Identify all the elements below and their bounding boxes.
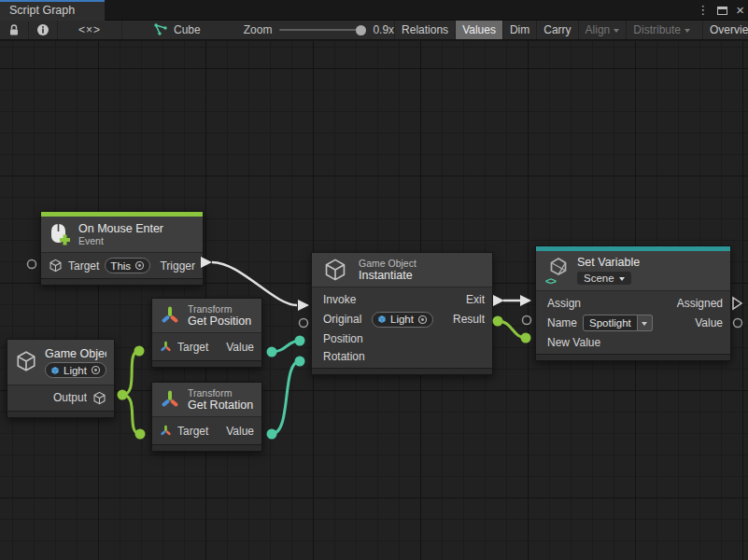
- exit-output-port[interactable]: [493, 295, 504, 306]
- values-button[interactable]: Values: [455, 21, 502, 39]
- game-object-icon: [49, 259, 63, 273]
- info-icon: [36, 23, 49, 36]
- node-get-rotation[interactable]: Transform Get Rotation Target Value: [151, 382, 262, 452]
- node-get-position[interactable]: Transform Get Position Target Value: [151, 298, 262, 368]
- invoke-port-label: Invoke: [323, 293, 360, 306]
- target-value-field[interactable]: This: [105, 258, 150, 273]
- transform-icon: [160, 389, 180, 410]
- object-picker-icon[interactable]: [417, 315, 428, 325]
- newvalue-input-port[interactable]: [521, 333, 531, 343]
- invoke-input-port[interactable]: [298, 300, 309, 311]
- relations-button[interactable]: Relations: [394, 21, 455, 39]
- mouse-add-icon: [49, 221, 71, 247]
- zoom-label: Zoom: [244, 23, 273, 36]
- chevron-down-icon: [619, 277, 625, 281]
- node-title: Game Object: [45, 347, 106, 360]
- variable-name-dropdown[interactable]: Spotlight: [583, 315, 653, 331]
- target-port-label: Target: [68, 259, 99, 273]
- lock-icon: [7, 23, 21, 36]
- align-dropdown[interactable]: Align: [578, 21, 627, 39]
- graph-toolbar: <×> Cube Zoom 0.9x Relations Values Dim …: [0, 21, 748, 40]
- zoom-slider-handle[interactable]: [356, 25, 366, 35]
- getposition-value-port[interactable]: [267, 347, 277, 357]
- target-port-label: Target: [177, 425, 208, 438]
- assigned-output-port[interactable]: [733, 298, 741, 309]
- original-input-port[interactable]: [300, 319, 308, 328]
- assigned-port-label: Assigned: [670, 297, 723, 310]
- lock-button[interactable]: [0, 21, 29, 39]
- name-input-port[interactable]: [523, 316, 531, 325]
- overview-button[interactable]: Overview: [702, 21, 748, 39]
- zoom-slider[interactable]: [279, 29, 365, 31]
- value-port-label: Value: [695, 316, 723, 329]
- assign-input-port[interactable]: [520, 295, 531, 306]
- code-brackets-icon: <>: [545, 275, 556, 287]
- wire-result-to-newvalue: [498, 321, 526, 338]
- value-output-port[interactable]: [734, 319, 742, 328]
- window-maximize-icon[interactable]: [717, 7, 727, 15]
- wire-getposition-value-to-position: [272, 341, 300, 352]
- rotation-input-port[interactable]: [295, 357, 305, 367]
- dim-button[interactable]: Dim: [502, 21, 536, 39]
- graph-breadcrumb[interactable]: Cube: [147, 21, 208, 39]
- light-object-field[interactable]: Light: [45, 362, 106, 378]
- zoom-value: 0.9x: [373, 23, 394, 36]
- wire-output-to-getposition-target: [122, 351, 139, 395]
- object-picker-icon[interactable]: [91, 365, 101, 375]
- target-port-label: Target: [177, 341, 208, 354]
- node-title: On Mouse Enter: [78, 222, 195, 235]
- unity-variable-icon: <>: [545, 257, 570, 285]
- node-title: Get Position: [188, 315, 254, 328]
- gameobject-output-port[interactable]: [118, 390, 128, 400]
- output-port-label: Output: [51, 391, 87, 404]
- getposition-target-port[interactable]: [134, 346, 145, 357]
- node-game-object-light[interactable]: Game Object Light Output: [7, 339, 115, 418]
- transform-icon: [160, 425, 172, 437]
- zoom-control: Zoom 0.9x: [244, 21, 394, 39]
- transform-icon: [160, 341, 172, 353]
- script-graph-window: Script Graph ⋮ × <×>: [0, 0, 748, 560]
- tab-script-graph[interactable]: Script Graph: [0, 0, 105, 21]
- node-title: Set Variable: [577, 256, 723, 269]
- title-bar: Script Graph ⋮ ×: [0, 0, 748, 21]
- chevron-down-icon[interactable]: [638, 315, 653, 331]
- exit-port-label: Exit: [466, 293, 485, 306]
- code-view-button[interactable]: <×>: [58, 21, 122, 39]
- node-category: Transform: [188, 387, 254, 399]
- unity-object-icon: [50, 366, 60, 375]
- node-subtitle: Event: [78, 235, 195, 246]
- rotation-port-label: Rotation: [323, 350, 367, 363]
- variable-scope-dropdown[interactable]: Scene: [577, 272, 631, 285]
- value-port-label: Value: [226, 341, 254, 354]
- position-input-port[interactable]: [295, 336, 305, 346]
- object-picker-icon[interactable]: [134, 260, 145, 271]
- result-output-port[interactable]: [493, 316, 503, 327]
- inspect-button[interactable]: [29, 21, 58, 39]
- getrotation-value-port[interactable]: [267, 429, 277, 440]
- graph-icon: [154, 23, 168, 36]
- node-footer: [41, 278, 203, 285]
- getrotation-target-port[interactable]: [135, 429, 146, 440]
- node-instantiate[interactable]: Game Object Instantiate Invoke Exit Orig…: [311, 252, 493, 375]
- game-object-icon: [92, 391, 106, 405]
- event-target-input-port[interactable]: [28, 260, 36, 269]
- value-port-label: Value: [226, 425, 254, 438]
- carry-button[interactable]: Carry: [536, 21, 577, 39]
- chevron-down-icon: [614, 29, 619, 33]
- graph-name: Cube: [174, 23, 201, 36]
- node-on-mouse-enter[interactable]: On Mouse Enter Event Target This: [40, 211, 204, 286]
- node-set-variable[interactable]: <> Set Variable Scene Assign Assigned Na…: [535, 245, 731, 361]
- graph-canvas[interactable]: On Mouse Enter Event Target This: [0, 41, 748, 560]
- original-object-field[interactable]: Light: [372, 312, 433, 328]
- window-close-icon[interactable]: ×: [736, 0, 744, 21]
- original-port-label: Original: [323, 313, 366, 326]
- distribute-dropdown[interactable]: Distribute: [626, 21, 697, 39]
- position-port-label: Position: [323, 332, 367, 345]
- node-footer: [536, 354, 730, 360]
- new-value-port-label: New Value: [547, 336, 600, 349]
- result-port-label: Result: [453, 313, 485, 326]
- window-menu-icon[interactable]: ⋮: [697, 0, 709, 21]
- node-title: Instantiate: [359, 269, 485, 282]
- transform-icon: [160, 305, 180, 326]
- node-title: Get Rotation: [188, 399, 254, 412]
